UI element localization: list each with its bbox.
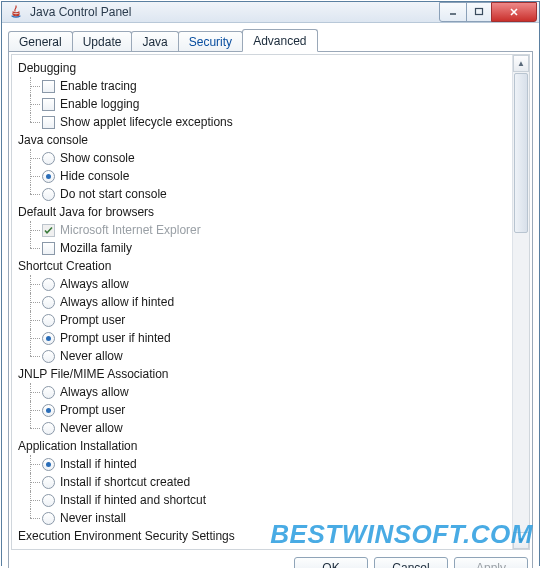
- option-label: Enable tracing: [60, 77, 137, 95]
- option-label: Enable logging: [60, 95, 139, 113]
- option-item[interactable]: Hide console: [28, 167, 529, 185]
- option-label: Never allow: [60, 419, 123, 437]
- tab-panel-advanced: DebuggingEnable tracingEnable loggingSho…: [8, 51, 533, 568]
- radio-button[interactable]: [42, 296, 55, 309]
- scroll-down-button[interactable]: ▼: [513, 532, 529, 549]
- option-item[interactable]: Prompt user: [28, 311, 529, 329]
- radio-button[interactable]: [42, 422, 55, 435]
- tree-connector: [28, 275, 42, 293]
- radio-button[interactable]: [42, 386, 55, 399]
- option-label: Prompt user: [60, 401, 125, 419]
- ok-button[interactable]: OK: [294, 557, 368, 569]
- option-label: Never allow: [60, 347, 123, 365]
- checkbox[interactable]: [42, 242, 55, 255]
- radio-button[interactable]: [42, 476, 55, 489]
- option-item[interactable]: Install if shortcut created: [28, 473, 529, 491]
- titlebar[interactable]: Java Control Panel: [2, 2, 539, 23]
- tree-connector: [28, 95, 42, 113]
- apply-button[interactable]: Apply: [454, 557, 528, 569]
- option-label: Always allow: [60, 383, 129, 401]
- tree-connector: [28, 239, 42, 257]
- option-item[interactable]: Show applet lifecycle exceptions: [28, 113, 529, 131]
- radio-button[interactable]: [42, 458, 55, 471]
- window-title: Java Control Panel: [30, 5, 440, 19]
- option-item[interactable]: Show console: [28, 149, 529, 167]
- close-button[interactable]: [491, 2, 537, 22]
- group-default_java: Default Java for browsers: [18, 203, 529, 221]
- cancel-button[interactable]: Cancel: [374, 557, 448, 569]
- radio-button[interactable]: [42, 314, 55, 327]
- tree-connector: [28, 473, 42, 491]
- option-label: Mozilla family: [60, 239, 132, 257]
- tree-connector: [28, 221, 42, 239]
- option-item[interactable]: Install if hinted: [28, 455, 529, 473]
- radio-button[interactable]: [42, 170, 55, 183]
- window-frame: Java Control Panel General Update Java S…: [1, 1, 540, 566]
- scroll-thumb[interactable]: [514, 73, 528, 233]
- option-label: Microsoft Internet Explorer: [60, 221, 201, 239]
- option-label: Prompt user: [60, 311, 125, 329]
- option-label: Never install: [60, 509, 126, 527]
- checkbox[interactable]: [42, 98, 55, 111]
- scroll-up-button[interactable]: ▲: [513, 55, 529, 72]
- option-label: Install if hinted: [60, 455, 137, 473]
- option-label: Prompt user if hinted: [60, 329, 171, 347]
- maximize-button[interactable]: [466, 2, 492, 22]
- group-java_console: Java console: [18, 131, 529, 149]
- option-item[interactable]: Prompt user if hinted: [28, 329, 529, 347]
- radio-button[interactable]: [42, 332, 55, 345]
- tree-connector: [28, 149, 42, 167]
- vertical-scrollbar[interactable]: ▲ ▼: [512, 55, 529, 549]
- option-item[interactable]: Always allow: [28, 383, 529, 401]
- option-item[interactable]: Prompt user: [28, 401, 529, 419]
- radio-button[interactable]: [42, 494, 55, 507]
- settings-tree: DebuggingEnable tracingEnable loggingSho…: [12, 55, 529, 549]
- tree-connector: [28, 455, 42, 473]
- group-debugging: Debugging: [18, 59, 529, 77]
- checkbox[interactable]: [42, 116, 55, 129]
- tab-advanced[interactable]: Advanced: [242, 29, 317, 52]
- radio-button[interactable]: [42, 278, 55, 291]
- option-item[interactable]: Do not start console: [28, 185, 529, 203]
- option-item[interactable]: Enable logging: [28, 95, 529, 113]
- option-item[interactable]: Mozilla family: [28, 239, 529, 257]
- tree-connector: [28, 167, 42, 185]
- radio-button[interactable]: [42, 350, 55, 363]
- option-item[interactable]: Microsoft Internet Explorer: [28, 221, 529, 239]
- option-label: Install if shortcut created: [60, 473, 190, 491]
- tree-connector: [28, 185, 42, 203]
- option-item[interactable]: Always allow: [28, 275, 529, 293]
- tree-connector: [28, 293, 42, 311]
- tab-update[interactable]: Update: [72, 31, 133, 52]
- option-item[interactable]: Always allow if hinted: [28, 293, 529, 311]
- group-shortcut: Shortcut Creation: [18, 257, 529, 275]
- tree-connector: [28, 383, 42, 401]
- option-item[interactable]: Never install: [28, 509, 529, 527]
- option-label: Install if hinted and shortcut: [60, 491, 206, 509]
- option-label: Always allow: [60, 275, 129, 293]
- option-item[interactable]: Never allow: [28, 419, 529, 437]
- group-jnlp: JNLP File/MIME Association: [18, 365, 529, 383]
- tab-general[interactable]: General: [8, 31, 73, 52]
- tab-java[interactable]: Java: [131, 31, 178, 52]
- option-label: Show console: [60, 149, 135, 167]
- radio-button[interactable]: [42, 152, 55, 165]
- radio-button[interactable]: [42, 404, 55, 417]
- group-exec_env: Execution Environment Security Settings: [18, 527, 529, 545]
- option-item[interactable]: Never allow: [28, 347, 529, 365]
- minimize-button[interactable]: [439, 2, 467, 22]
- window-buttons: [440, 2, 537, 22]
- option-item[interactable]: Install if hinted and shortcut: [28, 491, 529, 509]
- tab-strip: General Update Java Security Advanced: [8, 29, 533, 51]
- radio-button[interactable]: [42, 512, 55, 525]
- option-label: Show applet lifecycle exceptions: [60, 113, 233, 131]
- option-item[interactable]: Enable tracing: [28, 77, 529, 95]
- tree-connector: [28, 347, 42, 365]
- svg-rect-1: [476, 9, 483, 15]
- checkbox[interactable]: [42, 80, 55, 93]
- group-app_install: Application Installation: [18, 437, 529, 455]
- checkbox: [42, 224, 55, 237]
- radio-button[interactable]: [42, 188, 55, 201]
- option-label: Always allow if hinted: [60, 293, 174, 311]
- tab-security[interactable]: Security: [178, 31, 243, 52]
